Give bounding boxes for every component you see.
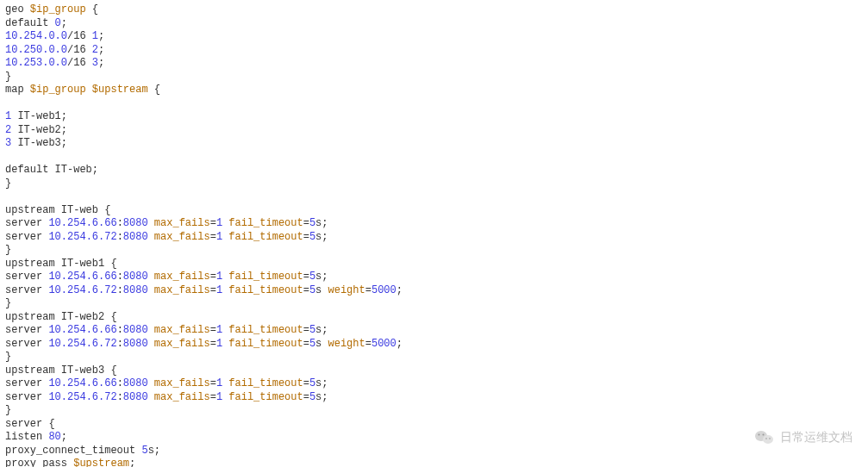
- code-token: {: [86, 3, 98, 16]
- code-line: geo $ip_group {: [5, 3, 863, 17]
- code-token: =: [210, 377, 216, 389]
- code-token: 1: [216, 338, 222, 350]
- code-token: proxy_pass: [5, 458, 73, 467]
- code-token: :: [117, 217, 123, 229]
- code-token: 5: [141, 445, 147, 457]
- code-token: =: [365, 284, 372, 296]
- code-token: :: [117, 284, 123, 296]
- code-token: $ip_group: [30, 3, 86, 16]
- code-line: default IT-web;: [5, 164, 863, 177]
- code-token: [148, 377, 154, 389]
- code-token: 2: [92, 44, 98, 56]
- code-token: server: [5, 338, 48, 350]
- code-token: 8080: [123, 284, 148, 296]
- code-token: max_fails: [154, 338, 210, 350]
- code-token: :: [117, 231, 123, 243]
- code-token: =: [303, 324, 309, 336]
- code-token: 10.254.6.66: [48, 217, 116, 229]
- code-token: weight: [328, 284, 365, 296]
- code-token: max_fails: [154, 217, 210, 229]
- code-token: [148, 284, 154, 296]
- code-token: =: [303, 231, 309, 243]
- code-token: =: [303, 284, 309, 296]
- code-token: $ip_group $upstream: [30, 84, 148, 96]
- code-line: default 0;: [5, 17, 863, 31]
- code-token: 8080: [123, 231, 148, 243]
- code-line: server 10.254.6.72:8080 max_fails=1 fail…: [5, 391, 863, 405]
- code-token: 5000: [372, 284, 397, 296]
- code-token: 10.254.6.72: [48, 391, 116, 403]
- code-token: s;: [315, 271, 328, 283]
- code-line: server 10.254.6.72:8080 max_fails=1 fail…: [5, 338, 863, 352]
- code-token: :: [117, 324, 123, 336]
- code-token: upstream IT-web {: [5, 204, 110, 216]
- code-line: upstream IT-web1 {: [5, 258, 863, 271]
- code-block: geo $ip_group {default 0;10.254.0.0/16 1…: [0, 0, 868, 467]
- code-token: 10.254.6.66: [48, 324, 116, 336]
- code-token: }: [5, 297, 11, 309]
- code-token: =: [303, 338, 309, 350]
- code-token: 1: [92, 30, 98, 42]
- code-token: 10.254.6.72: [48, 338, 116, 350]
- code-line: proxy_pass $upstream;: [5, 458, 863, 467]
- code-line: }: [5, 297, 863, 311]
- code-token: s;: [148, 445, 160, 457]
- code-token: [148, 324, 154, 336]
- code-token: upstream IT-web3 {: [5, 364, 117, 377]
- code-token: 1: [216, 377, 222, 389]
- code-token: IT-web2;: [11, 124, 67, 136]
- code-token: server: [5, 217, 48, 229]
- code-line: 10.250.0.0/16 2;: [5, 44, 863, 58]
- code-token: map: [5, 84, 30, 96]
- code-token: server: [5, 284, 48, 296]
- code-token: =: [210, 271, 216, 283]
- code-token: 1: [216, 231, 222, 243]
- code-token: fail_timeout: [228, 271, 303, 283]
- code-token: =: [365, 338, 372, 350]
- code-token: /16: [67, 44, 92, 56]
- code-token: 10.254.6.72: [48, 231, 116, 243]
- code-token: upstream IT-web1 {: [5, 258, 117, 270]
- code-token: :: [117, 338, 123, 350]
- code-token: 10.254.6.72: [48, 284, 116, 296]
- code-line: }: [5, 71, 863, 84]
- code-line: [5, 97, 863, 111]
- code-token: 0: [55, 17, 61, 29]
- code-line: map $ip_group $upstream {: [5, 84, 863, 97]
- code-token: :: [117, 377, 123, 389]
- code-token: proxy_connect_timeout: [5, 445, 141, 457]
- code-token: s: [315, 284, 328, 296]
- code-token: /16: [67, 57, 92, 69]
- code-token: default: [5, 17, 55, 29]
- code-token: upstream IT-web2 {: [5, 311, 117, 323]
- code-token: }: [5, 71, 11, 83]
- code-token: geo: [5, 3, 30, 16]
- code-token: s;: [315, 324, 328, 336]
- code-token: =: [210, 391, 216, 403]
- code-token: =: [303, 391, 309, 403]
- code-token: s;: [315, 231, 328, 243]
- code-token: {: [148, 84, 160, 96]
- code-line: upstream IT-web3 {: [5, 364, 863, 378]
- code-line: server 10.254.6.72:8080 max_fails=1 fail…: [5, 284, 863, 298]
- code-token: }: [5, 351, 11, 363]
- code-token: }: [5, 177, 11, 190]
- code-line: [5, 151, 863, 165]
- code-token: 1: [216, 271, 222, 283]
- code-token: server: [5, 377, 48, 389]
- code-token: 10.253.0.0: [5, 57, 67, 69]
- code-line: server 10.254.6.66:8080 max_fails=1 fail…: [5, 217, 863, 231]
- code-token: ;: [61, 17, 67, 29]
- code-token: ;: [98, 57, 104, 69]
- code-token: 1: [216, 284, 222, 296]
- code-token: fail_timeout: [228, 284, 303, 296]
- code-token: server: [5, 391, 48, 403]
- code-line: 10.253.0.0/16 3;: [5, 57, 863, 71]
- code-token: ;: [129, 458, 135, 467]
- code-line: server 10.254.6.66:8080 max_fails=1 fail…: [5, 324, 863, 338]
- code-token: max_fails: [154, 271, 210, 283]
- code-line: server {: [5, 418, 863, 432]
- code-token: =: [210, 231, 216, 243]
- code-token: default IT-web;: [5, 164, 98, 176]
- code-line: upstream IT-web {: [5, 204, 863, 218]
